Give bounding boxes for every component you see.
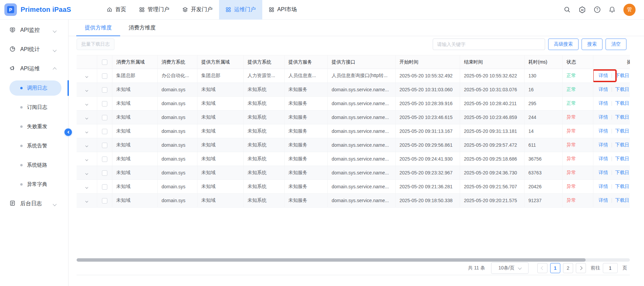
download-log-link[interactable]: 下载日	[615, 142, 629, 147]
search-icon[interactable]	[564, 6, 571, 13]
row-checkbox[interactable]	[102, 129, 107, 134]
detail-link[interactable]: 详情	[599, 87, 608, 92]
cell-provider-service: 未知服务	[284, 111, 327, 124]
row-expand-icon[interactable]	[85, 117, 88, 119]
nav-item-dev-portal[interactable]: 开发门户	[176, 0, 219, 20]
detail-link[interactable]: 详情	[599, 170, 608, 175]
detail-link[interactable]: 详情	[599, 156, 608, 161]
goto-page-input[interactable]	[603, 263, 618, 273]
download-log-link[interactable]: 下载日	[615, 197, 629, 203]
sidebar-item-label: API统计	[20, 46, 40, 53]
download-log-link[interactable]: 下载日	[615, 128, 629, 134]
cell-consumer-domain: 未知域	[112, 180, 157, 194]
row-checkbox[interactable]	[102, 143, 107, 148]
prev-page-button[interactable]	[537, 263, 547, 273]
download-log-link[interactable]: 下载日	[615, 114, 629, 120]
detail-link[interactable]: 详情	[599, 128, 608, 134]
cell-start-time: 2025-05-20 09:23:32.967	[395, 166, 460, 180]
row-checkbox[interactable]	[102, 101, 107, 106]
action-divider	[612, 157, 612, 161]
bell-icon[interactable]	[609, 6, 616, 13]
detail-link[interactable]: 详情	[599, 73, 608, 78]
detail-link[interactable]: 详情	[599, 114, 608, 120]
detail-link[interactable]: 详情	[599, 142, 608, 147]
download-log-link[interactable]: 下载日	[615, 156, 629, 161]
row-expand-icon[interactable]	[85, 75, 88, 78]
clear-button[interactable]: 清空	[606, 39, 626, 50]
download-log-link[interactable]: 下载日	[615, 73, 629, 78]
nav-item-ops-portal[interactable]: 运维门户	[219, 0, 262, 20]
scrollbar-thumb[interactable]	[77, 258, 586, 262]
column-header: 开始时间	[395, 55, 460, 69]
sidebar-collapse-button[interactable]	[64, 128, 72, 136]
page-button-1[interactable]: 1	[550, 263, 560, 273]
select-all-checkbox[interactable]	[102, 59, 107, 65]
row-expand-icon[interactable]	[85, 158, 88, 161]
row-checkbox[interactable]	[102, 184, 107, 190]
page-button-2[interactable]: 2	[563, 263, 573, 273]
cell-consumer-domain: 未知域	[112, 138, 157, 152]
row-expand-icon[interactable]	[85, 172, 88, 175]
sidebar-item-api-stats[interactable]: API统计	[0, 40, 68, 59]
toolbar: 批量下载日志 高级搜索 搜索 清空	[77, 36, 630, 52]
nav-item-admin-portal[interactable]: 管理门户	[133, 0, 176, 20]
sidebar-item-system-alert[interactable]: 系统告警	[0, 136, 68, 156]
sidebar-item-fail-retry[interactable]: 失败重发	[0, 117, 68, 136]
action-divider	[612, 73, 612, 78]
avatar[interactable]: 管	[623, 4, 636, 16]
row-checkbox[interactable]	[102, 115, 107, 120]
nav-item-home[interactable]: 首页	[100, 0, 133, 20]
cell-end-time: 2025-05-20 09:24:36.730	[460, 166, 524, 180]
sidebar-item-backend-log[interactable]: 后台日志	[0, 194, 68, 213]
row-expand-icon[interactable]	[85, 89, 88, 92]
row-checkbox[interactable]	[102, 157, 107, 162]
cell-provider-system: 未知系统	[243, 152, 284, 166]
batch-download-button[interactable]: 批量下载日志	[77, 39, 114, 50]
help-icon[interactable]: ?	[594, 6, 601, 13]
sidebar-item-exception-dict[interactable]: 异常字典	[0, 175, 68, 194]
download-log-link[interactable]: 下载日	[615, 87, 629, 92]
table-row: 未知域 domain.sys 未知域 未知系统 未知服务 domain.sys.…	[77, 83, 630, 97]
download-log-link[interactable]: 下载日	[615, 184, 629, 189]
search-button[interactable]: 搜索	[582, 39, 602, 50]
keyword-search-input[interactable]	[433, 39, 545, 50]
cell-provider-api: 人员信息查询接口(http转...	[327, 69, 395, 83]
detail-link[interactable]: 详情	[599, 197, 608, 203]
advanced-search-button[interactable]: 高级搜索	[548, 39, 579, 50]
sidebar-item-label: 后台日志	[20, 200, 42, 207]
ai-assistant-icon[interactable]: AI	[579, 6, 586, 14]
cell-start-time: 2025-05-20 10:28:39.916	[395, 97, 460, 111]
detail-link[interactable]: 详情	[599, 100, 608, 106]
tab-consumer-dimension[interactable]: 消费方维度	[120, 20, 164, 36]
row-expand-icon[interactable]	[85, 186, 88, 189]
nav-item-api-market[interactable]: API市场	[262, 0, 303, 20]
detail-link[interactable]: 详情	[599, 184, 608, 189]
row-expand-icon[interactable]	[85, 200, 88, 202]
download-log-link[interactable]: 下载日	[615, 100, 629, 106]
sidebar-item-api-ops[interactable]: API运维	[0, 59, 68, 78]
column-header: 提供方系统	[243, 55, 284, 69]
action-divider	[612, 101, 612, 106]
cell-provider-api: domain.sys.service.name...	[327, 124, 395, 138]
row-expand-icon[interactable]	[85, 103, 88, 105]
apps-icon	[225, 7, 231, 13]
sidebar-item-subscribe-log[interactable]: 订阅日志	[0, 98, 68, 117]
sidebar-item-api-monitor[interactable]: API监控	[0, 21, 68, 40]
next-page-button[interactable]	[576, 263, 586, 273]
row-expand-icon[interactable]	[85, 130, 88, 133]
download-log-link[interactable]: 下载日	[615, 170, 629, 175]
sidebar-item-call-log[interactable]: 调用日志	[0, 78, 68, 98]
column-header: 操	[593, 55, 630, 69]
row-checkbox[interactable]	[102, 170, 107, 176]
row-checkbox[interactable]	[102, 87, 107, 93]
cell-start-time: 2025-05-20 10:23:46.615	[395, 111, 460, 124]
tab-provider-dimension[interactable]: 提供方维度	[76, 20, 120, 36]
row-checkbox[interactable]	[102, 198, 107, 204]
cell-provider-domain: 未知域	[197, 111, 243, 124]
sidebar-item-system-trace[interactable]: 系统链路	[0, 156, 68, 175]
monitor-icon	[9, 27, 16, 34]
page-size-select[interactable]: 10条/页	[491, 262, 529, 274]
cell-consumer-domain: 未知域	[112, 166, 157, 180]
row-checkbox[interactable]	[102, 73, 107, 79]
row-expand-icon[interactable]	[85, 144, 88, 147]
